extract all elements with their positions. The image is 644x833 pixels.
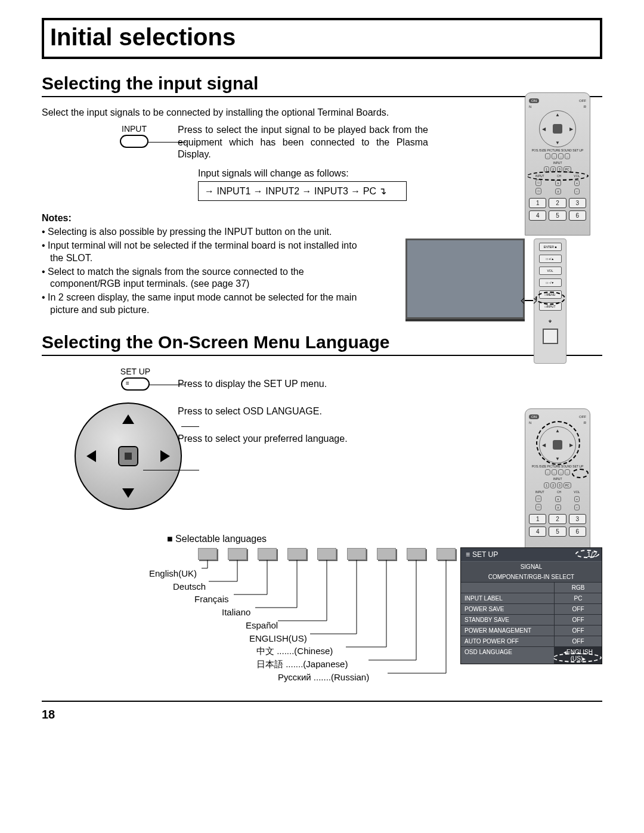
menu-icon: ≡ xyxy=(466,550,470,559)
osd-row-label: POWER MANAGEMENT xyxy=(461,625,554,636)
wheel-left-icon xyxy=(86,450,96,462)
lang-item: 中文 .......(Chinese) xyxy=(256,645,369,658)
osd-row-label xyxy=(461,583,554,593)
panel-power-label: ⏻ xyxy=(549,319,552,323)
page-number: 18 xyxy=(42,708,602,721)
keypad-key: 4 xyxy=(529,527,546,537)
arrow-right-icon: ▶ xyxy=(569,126,573,132)
mini-btn: ⬭ xyxy=(535,496,541,502)
arrow-right-icon: ▶ xyxy=(569,442,573,448)
osd-row-value: OFF xyxy=(554,636,602,646)
keypad-key: 5 xyxy=(549,210,566,221)
remote-on-button: ON xyxy=(529,98,539,103)
keypad-key: 5 xyxy=(549,527,566,537)
arrow-left-icon: ◀ xyxy=(542,126,546,132)
input-button-label: INPUT xyxy=(107,124,161,134)
leader-line xyxy=(181,426,199,427)
mini-btn: ⎵ xyxy=(545,469,550,475)
remote-off-label: OFF xyxy=(579,415,586,419)
mini-btn: ⬭ xyxy=(535,504,541,510)
mini-btn: + xyxy=(574,180,580,186)
osd-row: AUTO POWER OFFOFF xyxy=(461,636,602,646)
remote-input-label: INPUT xyxy=(529,477,586,481)
highlight-osd-language-icon xyxy=(553,653,602,662)
remote-off-label: OFF xyxy=(579,99,586,103)
mini-btn: ∨ xyxy=(555,504,561,510)
osd-row-label: OSD LANGUAGE xyxy=(461,647,554,664)
lang-item: English(UK) xyxy=(149,567,369,580)
osd-row-label: AUTO POWER OFF xyxy=(461,636,554,646)
flag-icon xyxy=(198,548,217,560)
remote-n-label: N xyxy=(529,105,531,109)
remote-input-label: INPUT xyxy=(529,161,586,165)
menu-lines-icon: ≡ xyxy=(126,380,129,386)
nav-wheel-illustration xyxy=(75,402,182,510)
keypad-key: 2 xyxy=(549,514,566,524)
setup-step2: Press to select OSD LANGUAGE. xyxy=(178,406,348,417)
mini-btn: − xyxy=(574,504,580,510)
remote-ch-label: CH xyxy=(557,490,561,494)
input-description: Press to select the input signal to be p… xyxy=(178,124,428,161)
keypad-key: 3 xyxy=(569,198,586,208)
input-illustration-block: INPUT Press to select the input signal t… xyxy=(42,124,602,201)
arrow-up-icon: ▲ xyxy=(555,112,560,117)
flag-icon xyxy=(258,548,277,560)
osd-row-label: COMPONENT/RGB-IN SELECT xyxy=(461,572,602,582)
wheel-right-icon xyxy=(160,450,170,462)
mini-num: PC xyxy=(564,482,571,488)
mini-btn: ⎵ xyxy=(552,153,557,159)
lang-item: 日本語 .......(Japanese) xyxy=(256,658,369,671)
panel-down-button: □ −/▼ xyxy=(539,278,562,287)
mini-btn: ⬭ xyxy=(535,179,541,186)
remote-mode-labels: POS./SIZE PICTURE SOUND SET UP xyxy=(529,465,586,468)
flag-row xyxy=(198,548,456,560)
mini-num: 1 xyxy=(544,166,549,172)
arrow-down-icon: ▼ xyxy=(555,140,560,145)
keypad-key: 6 xyxy=(569,210,586,221)
page-title: Initial selections xyxy=(50,24,594,51)
osd-row-value: OFF xyxy=(554,615,602,625)
flag-icon xyxy=(317,548,336,560)
mini-btn: ∨ xyxy=(555,188,561,194)
panel-power-button xyxy=(543,329,558,344)
remote-n-label: N xyxy=(529,421,531,425)
page-title-box: Initial selections xyxy=(42,18,602,59)
remote-input-btn: INPUT xyxy=(535,174,544,178)
keypad-key: 1 xyxy=(529,198,546,208)
remote-mode-labels: POS./SIZE PICTURE SOUND SET UP xyxy=(529,148,586,152)
osd-row-label: INPUT LABEL xyxy=(461,593,554,603)
flag-icon xyxy=(436,548,456,560)
flag-icon xyxy=(407,548,426,560)
mini-num: PC xyxy=(564,166,571,172)
section-divider xyxy=(42,701,602,702)
mini-num: 3 xyxy=(557,482,562,488)
mini-btn: ∧ xyxy=(555,496,561,502)
note-item: In 2 screen display, the same input mode… xyxy=(42,292,358,317)
wheel-down-icon xyxy=(122,488,134,498)
lang-item: ENGLISH(US) xyxy=(249,632,369,645)
mini-btn: ⎵ xyxy=(565,153,570,159)
panel-menu-label: MENU xyxy=(547,293,556,296)
flag-icon xyxy=(347,548,366,560)
notes-label: Notes: xyxy=(42,213,602,224)
section1-intro: Select the input signals to be connected… xyxy=(42,107,602,119)
mini-num: 2 xyxy=(550,482,556,488)
remote-vol-label: VOL xyxy=(574,490,580,494)
panel-menu-button: □ MENU xyxy=(539,290,562,299)
osd-row: POWER SAVEOFF xyxy=(461,603,602,614)
remote-dpad: ▲ ▼ ◀ ▶ xyxy=(539,426,576,463)
note-item: Select to match the signals from the sou… xyxy=(42,266,358,291)
lang-item: Deutsch xyxy=(173,580,369,593)
remote-r-label: R xyxy=(584,421,586,425)
setup-step3: Press to select your preferred language. xyxy=(178,433,348,444)
osd-row-value: OFF xyxy=(554,625,602,636)
osd-row: STANDBY SAVEOFF xyxy=(461,614,602,625)
panel-input-button: □ INPUT xyxy=(539,302,562,311)
keypad-key: 6 xyxy=(569,527,586,537)
lang-item: Français xyxy=(194,593,369,606)
osd-setup-box: ≡SET UP 1/2 SIGNALCOMPONENT/RGB-IN SELEC… xyxy=(460,547,602,664)
lang-item: Español xyxy=(246,619,369,632)
connector-arrow-icon xyxy=(525,300,533,301)
mini-btn: ⎵ xyxy=(558,153,564,159)
remote-input-btn: INPUT xyxy=(535,490,544,494)
